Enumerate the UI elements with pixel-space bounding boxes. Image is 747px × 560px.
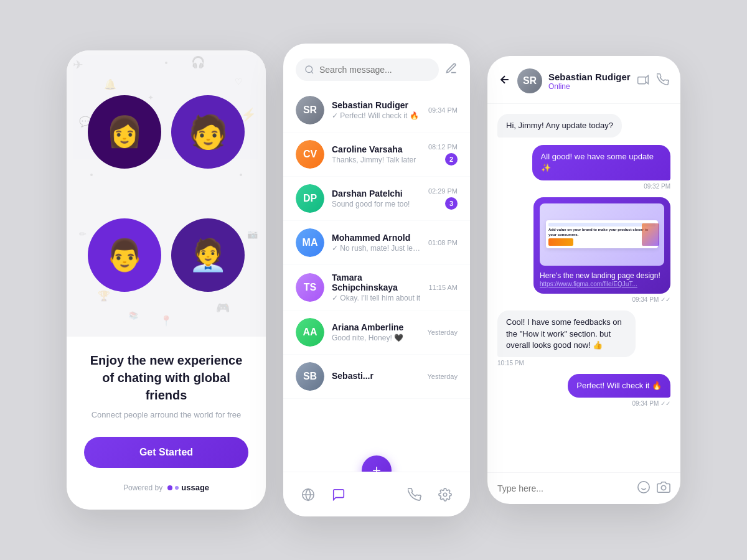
chat-preview-cv: Thanks, Jimmy! Talk later	[332, 156, 421, 164]
chat-meta-ts: 11:15 AM	[429, 284, 458, 291]
camera-icon[interactable]	[657, 480, 670, 497]
onboarding-screen: ✈ 🔔 🎧 ♡ 💬 ⚡ 📍 🏆 🎮 ✏ 📷 ✦ 📚 🎨	[67, 50, 266, 510]
chat-time-ts: 11:15 AM	[429, 284, 458, 291]
contact-info: Sebastian Rudiger Online	[548, 72, 631, 91]
onboarding-title: Enjoy the new experience of chating with…	[84, 352, 248, 404]
message-time-5: 09:34 PM ✓✓	[568, 400, 670, 407]
svg-rect-23	[638, 77, 646, 84]
chat-name-sr: Sebastian Rudiger	[332, 100, 421, 110]
compose-icon[interactable]	[445, 62, 458, 77]
message-time-2: 09:32 PM	[532, 183, 670, 190]
chat-meta-sb2: Yesterday	[427, 373, 458, 380]
card-link[interactable]: https://www.figma.com/file/EQJuT...	[540, 281, 664, 287]
svg-point-27	[661, 485, 665, 490]
chat-info-sb2: Sebasti...r	[332, 371, 420, 382]
message-bubble-5: Perfect! Will check it 🔥	[568, 374, 670, 398]
nav-chat-icon[interactable]	[332, 488, 345, 502]
chat-detail-screen: SR Sebastian Rudiger Online	[487, 56, 680, 504]
contact-name: Sebastian Rudiger	[548, 72, 631, 82]
chat-item-sebastian[interactable]: SR Sebastian Rudiger ✓ Perfect! Will che…	[283, 88, 470, 133]
chat-meta-dp: 02:29 PM 3	[428, 187, 458, 210]
chat-time-aa: Yesterday	[427, 329, 458, 336]
avatar-cv: CV	[296, 140, 324, 169]
chat-preview-ma: ✓ No rush, mate! Just let ...	[332, 244, 421, 253]
avatar-sb2: SB	[296, 362, 324, 391]
message-time-4: 10:15 PM	[497, 360, 636, 366]
chat-info-cv: Caroline Varsaha Thanks, Jimmy! Talk lat…	[332, 144, 421, 164]
chat-meta-ma: 01:08 PM	[428, 239, 458, 246]
message-time-3: 09:34 PM ✓✓	[533, 296, 670, 303]
chat-preview-sr: ✓ Perfect! Will check it 🔥	[332, 111, 421, 120]
chat-item-ariana[interactable]: AA Ariana Amberline Good nite, Honey! 🖤 …	[283, 310, 470, 355]
chat-time-ma: 01:08 PM	[428, 239, 458, 246]
powered-by: Powered by ussage	[123, 483, 209, 492]
chat-preview-dp: Sound good for me too!	[332, 200, 421, 208]
ussage-logo: ussage	[167, 483, 209, 492]
avatar-3: 👨	[88, 218, 161, 292]
chat-item-sebastian2[interactable]: SB Sebasti...r Yesterday	[283, 355, 470, 399]
avatar-4: 🧑‍💼	[171, 218, 245, 292]
unread-badge-dp: 3	[445, 197, 458, 210]
card-text: Here's the new landing page design!	[540, 271, 664, 281]
nav-settings-icon[interactable]	[438, 488, 452, 502]
chat-meta-cv: 08:12 PM 2	[428, 143, 458, 166]
chat-time-cv: 08:12 PM	[428, 143, 458, 151]
chat-info-aa: Ariana Amberline Good nite, Honey! 🖤	[332, 322, 420, 342]
onboarding-subtitle: Connect people arround the world for fre…	[92, 410, 242, 419]
powered-by-label: Powered by	[123, 483, 162, 492]
phone-call-icon[interactable]	[657, 73, 669, 88]
chat-name-ts: Tamara Schipchinskaya	[332, 273, 421, 292]
avatar-ma: MA	[296, 228, 324, 257]
back-button[interactable]	[499, 73, 511, 89]
chat-info-dp: Darshan Patelchi Sound good for me too!	[332, 189, 421, 208]
chat-info-ts: Tamara Schipchinskaya ✓ Okay. I'll tell …	[332, 273, 421, 302]
message-1: Hi, Jimmy! Any update today?	[497, 114, 622, 138]
get-started-button[interactable]: Get Started	[84, 437, 248, 468]
hero-section: ✈ 🔔 🎧 ♡ 💬 ⚡ 📍 🏆 🎮 ✏ 📷 ✦ 📚 🎨	[67, 50, 266, 337]
unread-badge-cv: 2	[445, 153, 458, 166]
nav-phone-icon[interactable]	[408, 488, 421, 502]
search-icon	[304, 65, 314, 75]
chat-item-caroline[interactable]: CV Caroline Varsaha Thanks, Jimmy! Talk …	[283, 133, 470, 177]
chat-avatar-ma: MA	[296, 228, 324, 257]
chat-list-screen: SR Sebastian Rudiger ✓ Perfect! Will che…	[283, 44, 470, 516]
message-bubble-1: Hi, Jimmy! Any update today?	[497, 114, 622, 138]
svg-line-18	[311, 72, 313, 73]
message-3: Add value on your brand to make your pro…	[533, 197, 670, 304]
chat-item-darshan[interactable]: DP Darshan Patelchi Sound good for me to…	[283, 177, 470, 221]
message-card-3: Add value on your brand to make your pro…	[533, 197, 670, 294]
messages-area: Hi, Jimmy! Any update today? All good! w…	[487, 104, 680, 472]
chat-input-area	[487, 472, 680, 504]
search-bar	[283, 44, 470, 88]
search-wrapper[interactable]	[296, 58, 439, 81]
chat-name-cv: Caroline Varsaha	[332, 144, 421, 154]
chat-list: SR Sebastian Rudiger ✓ Perfect! Will che…	[283, 88, 470, 516]
chat-name-aa: Ariana Amberline	[332, 322, 420, 332]
header-actions	[637, 73, 669, 88]
avatar-ts: TS	[296, 273, 324, 302]
message-4: Cool! I have some feedbacks on the "How …	[497, 310, 636, 366]
avatar-2: 🧑	[171, 95, 245, 169]
chat-item-mohammed[interactable]: MA Mohammed Arnold ✓ No rush, mate! Just…	[283, 221, 470, 265]
bottom-nav	[283, 472, 470, 516]
message-input[interactable]	[497, 483, 631, 493]
avatar-aa: AA	[296, 318, 324, 347]
search-input[interactable]	[319, 65, 430, 75]
avatar-sr: SR	[296, 96, 324, 124]
chat-avatar-dp: DP	[296, 184, 324, 213]
chat-info-sr: Sebastian Rudiger ✓ Perfect! Will check …	[332, 100, 421, 120]
nav-globe-icon[interactable]	[301, 488, 315, 502]
chat-time-sb2: Yesterday	[427, 373, 458, 380]
svg-point-24	[638, 482, 649, 493]
chat-item-tamara[interactable]: TS Tamara Schipchinskaya ✓ Okay. I'll te…	[283, 265, 470, 310]
chat-name-dp: Darshan Patelchi	[332, 189, 421, 198]
emoji-icon[interactable]	[637, 480, 651, 497]
avatar-1: 👩	[88, 95, 161, 169]
video-call-icon[interactable]	[637, 73, 649, 88]
svg-point-21	[443, 493, 447, 497]
chat-preview-ts: ✓ Okay. I'll tell him about it	[332, 294, 421, 302]
contact-status: Online	[548, 82, 631, 91]
avatar-dp: DP	[296, 184, 324, 213]
chat-avatar-ts: TS	[296, 273, 324, 302]
chat-meta-sr: 09:34 PM	[428, 106, 458, 114]
